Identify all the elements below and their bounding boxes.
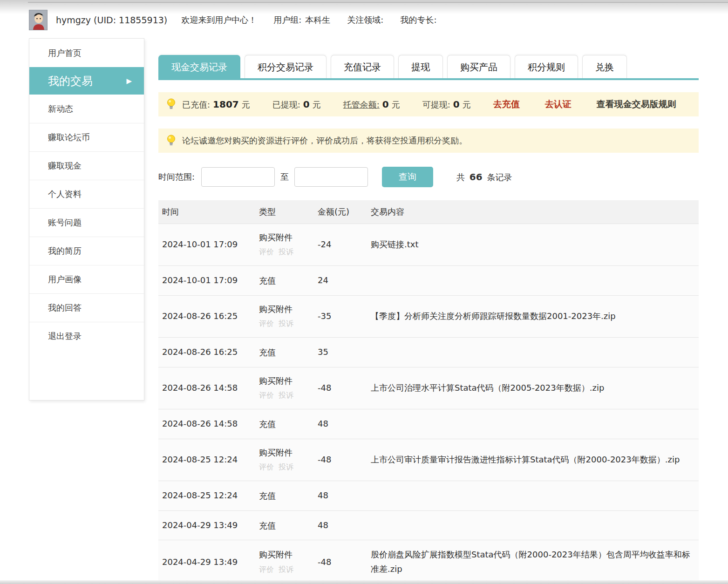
record-count: 共 66 条记录 bbox=[456, 171, 512, 183]
unit-label: 元 bbox=[313, 99, 321, 110]
cell-content bbox=[367, 510, 699, 540]
query-button[interactable]: 查询 bbox=[382, 167, 433, 187]
main-content: 现金交易记录 积分交易记录 充值记录 提现 购买产品 积分规则 兑换 已充值: … bbox=[158, 55, 699, 584]
cell-type: 充值 bbox=[259, 520, 310, 531]
avatar[interactable] bbox=[29, 10, 48, 30]
sidebar-item-earn-forum-coins[interactable]: 赚取论坛币 bbox=[29, 123, 144, 151]
cell-content: 购买链接.txt bbox=[367, 224, 699, 266]
table-row: 2024-08-25 12:24 购买附件 评价 投诉 -48 上市公司审计质量… bbox=[158, 439, 699, 481]
cell-amount: -35 bbox=[314, 295, 367, 337]
cell-type: 充值 bbox=[259, 418, 310, 430]
cell-amount: 48 bbox=[314, 409, 367, 439]
sidebar-item-logout[interactable]: 退出登录 bbox=[29, 322, 144, 350]
report-link[interactable]: 投诉 bbox=[279, 245, 293, 258]
review-link[interactable]: 评价 bbox=[259, 563, 274, 576]
review-invite-text: 论坛诚邀您对购买的资源进行评价，评价成功后，将获得空投通用积分奖励。 bbox=[182, 135, 467, 146]
report-link[interactable]: 投诉 bbox=[279, 317, 293, 330]
tab-buy-products[interactable]: 购买产品 bbox=[447, 55, 510, 78]
report-link[interactable]: 投诉 bbox=[279, 461, 293, 473]
col-amount: 金额(元) bbox=[314, 200, 367, 224]
tab-cash-transactions[interactable]: 现金交易记录 bbox=[158, 55, 240, 78]
sidebar-item-user-home[interactable]: 用户首页 bbox=[29, 39, 144, 67]
unit-label: 元 bbox=[463, 99, 471, 110]
cell-time: 2024-08-26 16:25 bbox=[158, 338, 255, 367]
cell-amount: -48 bbox=[314, 540, 367, 584]
cell-type: 购买附件 bbox=[259, 231, 310, 243]
cell-content: 股价崩盘风险扩展指数模型Stata代码（附2000-2023年结果）包含周平均收… bbox=[367, 540, 699, 584]
unit-label: 元 bbox=[392, 99, 400, 110]
report-link[interactable]: 投诉 bbox=[279, 389, 293, 401]
col-type: 类型 bbox=[255, 200, 314, 224]
sidebar-item-my-answers[interactable]: 我的回答 bbox=[29, 293, 144, 322]
cell-content: 上市公司治理水平计算Stata代码（附2005-2023年数据）.zip bbox=[367, 367, 699, 409]
cell-time: 2024-08-25 12:24 bbox=[158, 439, 255, 481]
tab-bar: 现金交易记录 积分交易记录 充值记录 提现 购买产品 积分规则 兑换 bbox=[158, 55, 699, 78]
tab-points-transactions[interactable]: 积分交易记录 bbox=[245, 55, 327, 78]
count-prefix: 共 bbox=[456, 172, 465, 182]
sidebar-item-new-activity[interactable]: 新动态 bbox=[29, 95, 144, 123]
cash-summary-bar: 已充值: 1807 元 已提现: 0 元 托管余额: 0 元 可提现: 0 元 … bbox=[158, 92, 699, 116]
avatar-icon bbox=[29, 10, 48, 30]
recharged-value: 1807 bbox=[213, 99, 239, 110]
lightbulb-icon bbox=[167, 135, 176, 147]
bottom-border bbox=[0, 580, 728, 584]
user-header: hymgzy (UID: 11855913) 欢迎来到用户中心！ 用户组: 本科… bbox=[29, 9, 436, 31]
sidebar-item-account-issues[interactable]: 账号问题 bbox=[29, 208, 144, 237]
col-time: 时间 bbox=[158, 200, 255, 224]
cell-time: 2024-10-01 17:09 bbox=[158, 266, 255, 296]
review-invite-bar: 论坛诚邀您对购买的资源进行评价，评价成功后，将获得空投通用积分奖励。 bbox=[158, 129, 699, 153]
cell-amount: -24 bbox=[314, 224, 367, 266]
cell-amount: 48 bbox=[314, 481, 367, 511]
withdrawable-value: 0 bbox=[453, 99, 460, 110]
cell-content bbox=[367, 409, 699, 439]
table-row: 2024-08-26 16:25 充值 35 bbox=[158, 338, 699, 367]
user-group-value: 本科生 bbox=[305, 14, 330, 26]
withdrawn-value: 0 bbox=[303, 99, 310, 110]
cell-amount: 35 bbox=[314, 338, 367, 367]
cell-time: 2024-08-25 12:24 bbox=[158, 481, 255, 511]
cell-type: 充值 bbox=[259, 490, 310, 502]
escrow-balance-label[interactable]: 托管余额: bbox=[343, 99, 380, 110]
sidebar-item-user-portrait[interactable]: 用户画像 bbox=[29, 265, 144, 293]
table-row: 2024-08-26 14:58 购买附件 评价 投诉 -48 上市公司治理水平… bbox=[158, 367, 699, 409]
tab-recharge-records[interactable]: 充值记录 bbox=[331, 55, 394, 78]
table-row: 2024-08-26 14:58 充值 48 bbox=[158, 409, 699, 439]
date-from-input[interactable] bbox=[201, 167, 275, 187]
cell-time: 2024-08-26 14:58 bbox=[158, 367, 255, 409]
sidebar-item-my-trades[interactable]: 我的交易 ▶ bbox=[29, 67, 144, 95]
tab-exchange[interactable]: 兑换 bbox=[582, 55, 627, 78]
tab-points-rules[interactable]: 积分规则 bbox=[515, 55, 578, 78]
cell-time: 2024-08-26 16:25 bbox=[158, 295, 255, 337]
user-group-label: 用户组: bbox=[273, 14, 301, 26]
focus-label: 关注领域: bbox=[347, 14, 383, 26]
cell-type: 购买附件 bbox=[259, 303, 310, 315]
review-link[interactable]: 评价 bbox=[259, 461, 274, 473]
cell-content: 【季度】分析师关注度分析师跟踪研报数量数据2001-2023年.zip bbox=[367, 295, 699, 337]
tab-withdraw[interactable]: 提现 bbox=[398, 55, 443, 78]
cell-type: 充值 bbox=[259, 275, 310, 286]
filter-row: 时间范围: 至 查询 共 66 条记录 bbox=[158, 167, 699, 187]
cell-amount: -48 bbox=[314, 367, 367, 409]
go-verify-link[interactable]: 去认证 bbox=[545, 98, 572, 110]
cell-time: 2024-08-26 14:58 bbox=[158, 409, 255, 439]
sidebar-item-my-resume[interactable]: 我的简历 bbox=[29, 237, 144, 265]
review-link[interactable]: 评价 bbox=[259, 389, 274, 401]
chevron-right-icon: ▶ bbox=[126, 77, 132, 85]
table-row: 2024-08-25 12:24 充值 48 bbox=[158, 481, 699, 511]
cell-amount: 48 bbox=[314, 510, 367, 540]
report-link[interactable]: 投诉 bbox=[279, 563, 293, 576]
go-recharge-link[interactable]: 去充值 bbox=[493, 98, 520, 110]
sidebar-item-earn-cash[interactable]: 赚取现金 bbox=[29, 151, 144, 180]
sidebar-item-profile[interactable]: 个人资料 bbox=[29, 180, 144, 208]
view-rules-link[interactable]: 查看现金交易版规则 bbox=[597, 98, 676, 110]
count-value: 66 bbox=[469, 171, 483, 183]
cell-type: 购买附件 bbox=[259, 447, 310, 458]
date-to-input[interactable] bbox=[294, 167, 368, 187]
review-link[interactable]: 评价 bbox=[259, 245, 274, 258]
cell-time: 2024-04-29 13:49 bbox=[158, 540, 255, 584]
review-link[interactable]: 评价 bbox=[259, 317, 274, 330]
count-suffix: 条记录 bbox=[487, 172, 512, 182]
col-content: 交易内容 bbox=[367, 200, 699, 224]
specialty-label: 我的专长: bbox=[400, 14, 436, 26]
table-row: 2024-08-26 16:25 购买附件 评价 投诉 -35 【季度】分析师关… bbox=[158, 295, 699, 337]
